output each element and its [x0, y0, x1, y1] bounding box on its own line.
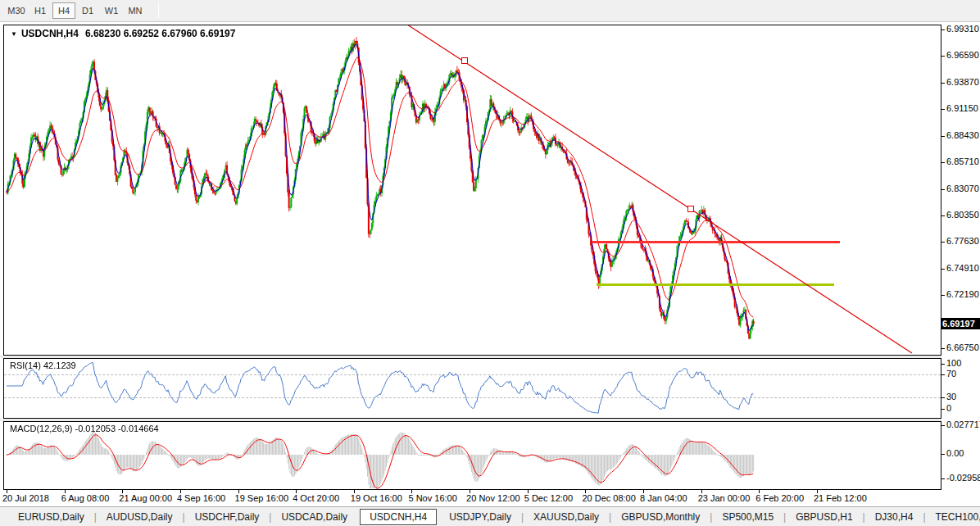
time-axis-label: 8 Jan 04:00: [640, 493, 687, 503]
timeframe-tab-w1[interactable]: W1: [100, 2, 123, 19]
symbol-tab-bar: EURUSD,Daily|AUDUSD,Daily|USDCHF,Daily|U…: [0, 506, 980, 526]
symbol-tab-audusd-daily[interactable]: AUDUSD,Daily: [97, 509, 183, 525]
symbol-tab-eurusd-daily[interactable]: EURUSD,Daily: [8, 509, 94, 525]
macd-axis-tick: [941, 454, 945, 455]
rsi-axis-tick: [941, 409, 945, 410]
timeframe-toolbar: M30H1H4D1W1MN: [0, 0, 980, 22]
time-axis-label: 21 Feb 12:00: [814, 493, 867, 503]
time-axis-label: 19 Sep 16:00: [235, 493, 288, 503]
rsi-panel: RSI(14) 42.1239: [3, 358, 941, 419]
rsi-canvas[interactable]: [4, 359, 941, 418]
price-axis-label: 6.74910: [946, 263, 979, 273]
price-axis-label: 6.72190: [946, 289, 979, 299]
price-axis-tick: [941, 269, 945, 270]
macd-label: MACD(12,26,9) -0.012053 -0.014664: [10, 424, 159, 433]
mt4-terminal-window: M30H1H4D1W1MN ▼USDCNH,H46.68230 6.69252 …: [0, 0, 980, 526]
rsi-axis-label: 0: [946, 403, 951, 413]
price-axis-column: 6.69197 6.993106.965906.938706.911506.88…: [941, 22, 980, 506]
rsi-axis-label: 70: [946, 369, 956, 379]
price-axis-label: 6.80350: [946, 210, 979, 220]
time-axis-label: 21 Aug 00:00: [119, 493, 172, 503]
symbol-tab-xauusd-daily[interactable]: XAUUSD,Daily: [524, 509, 609, 525]
rsi-label: RSI(14) 42.1239: [10, 360, 76, 370]
price-axis-label: 6.77630: [946, 236, 979, 246]
time-axis: 20 Jul 20186 Aug 08:0021 Aug 00:004 Sep …: [0, 490, 980, 506]
price-axis-label: 6.99310: [946, 24, 979, 34]
price-axis-tick: [941, 215, 945, 216]
chart-window: ▼USDCNH,H46.68230 6.69252 6.67960 6.6919…: [0, 22, 980, 506]
macd-axis-label: 0.027717: [946, 419, 980, 429]
macd-axis-tick: [941, 425, 945, 426]
price-axis-label: 6.91150: [946, 103, 978, 113]
price-axis-tick: [941, 295, 945, 296]
rsi-axis-tick: [941, 397, 945, 398]
timeframe-tab-h4[interactable]: H4: [52, 2, 75, 19]
symbol-tab-gbpusd-monthly[interactable]: GBPUSD,Monthly: [611, 509, 710, 525]
price-axis-tick: [941, 109, 945, 110]
price-axis-label: 6.66750: [946, 342, 979, 352]
symbol-tab-usdjpy-daily[interactable]: USDJPY,Daily: [439, 509, 521, 525]
price-axis-tick: [941, 83, 945, 84]
time-axis-label: 5 Nov 16:00: [408, 493, 456, 503]
price-axis-label: 6.88430: [946, 130, 979, 140]
chart-ohlc-values: 6.68230 6.69252 6.67960 6.69197: [85, 28, 236, 39]
macd-values: -0.012053 -0.014664: [75, 424, 158, 433]
main-chart-panel: ▼USDCNH,H46.68230 6.69252 6.67960 6.6919…: [3, 25, 941, 356]
symbol-tab-tech100-h1[interactable]: TECH100,H1: [926, 509, 980, 525]
rsi-title: RSI(14): [10, 360, 41, 370]
symbol-tab-usdcnh-h4[interactable]: USDCNH,H4: [360, 509, 437, 525]
timeframe-tab-h1[interactable]: H1: [29, 2, 52, 19]
price-axis-label: 6.93870: [946, 77, 979, 87]
price-axis-tick: [941, 189, 945, 190]
time-axis-label: 6 Aug 08:00: [61, 493, 110, 503]
symbol-tab-usdchf-daily[interactable]: USDCHF,Daily: [185, 509, 270, 525]
chart-title-bar: ▼USDCNH,H46.68230 6.69252 6.67960 6.6919…: [11, 28, 235, 39]
symbol-tab-gbpusd-h1[interactable]: GBPUSD,H1: [786, 509, 862, 525]
macd-axis-label: -0.029582: [946, 473, 980, 483]
macd-title: MACD(12,26,9): [10, 424, 72, 433]
price-axis-label: 6.83070: [946, 184, 979, 193]
time-axis-label: 19 Oct 16:00: [351, 493, 402, 503]
price-axis-label: 6.96590: [946, 50, 979, 60]
price-axis-tick: [941, 56, 945, 57]
rsi-axis-tick: [941, 364, 945, 365]
timeframe-tab-mn[interactable]: MN: [124, 2, 147, 19]
symbol-tab-usdcad-daily[interactable]: USDCAD,Daily: [271, 509, 357, 525]
price-chart-canvas[interactable]: [4, 25, 941, 355]
current-price-tag: 6.69197: [941, 318, 980, 329]
rsi-axis-tick: [941, 374, 945, 375]
price-axis-tick: [941, 348, 945, 349]
macd-panel: MACD(12,26,9) -0.012053 -0.014664: [3, 421, 941, 490]
time-axis-label: 4 Oct 20:00: [293, 493, 339, 503]
time-axis-label: 6 Feb 20:00: [755, 493, 804, 503]
macd-axis-label: 0.00: [946, 448, 964, 458]
rsi-axis-label: 100: [946, 358, 961, 368]
rsi-axis-label: 30: [946, 392, 956, 401]
time-axis-label: 4 Sep 16:00: [177, 493, 225, 503]
timeframe-tab-d1[interactable]: D1: [76, 2, 99, 19]
toolbar-separator: [158, 3, 159, 18]
symbol-tab-sp500-m15[interactable]: SP500,M15: [712, 509, 783, 525]
symbol-tab-dj30-h4[interactable]: DJ30,H4: [865, 509, 923, 525]
collapse-chart-icon[interactable]: ▼: [11, 30, 17, 38]
rsi-value: 42.1239: [43, 360, 76, 370]
macd-axis-tick: [941, 478, 945, 479]
time-axis-label: 20 Jul 2018: [2, 493, 49, 503]
timeframe-tab-m30[interactable]: M30: [5, 2, 28, 19]
time-axis-label: 5 Dec 12:00: [524, 493, 573, 503]
time-axis-label: 20 Nov 12:00: [466, 493, 519, 503]
time-axis-label: 20 Dec 08:00: [582, 493, 635, 503]
price-axis-tick: [941, 136, 945, 137]
price-axis-tick: [941, 29, 945, 30]
price-axis-tick: [941, 242, 945, 243]
price-axis-tick: [941, 162, 945, 163]
chart-symbol-label: USDCNH,H4: [21, 28, 79, 39]
price-axis-label: 6.85710: [946, 156, 979, 166]
time-axis-label: 23 Jan 00:00: [698, 493, 751, 503]
